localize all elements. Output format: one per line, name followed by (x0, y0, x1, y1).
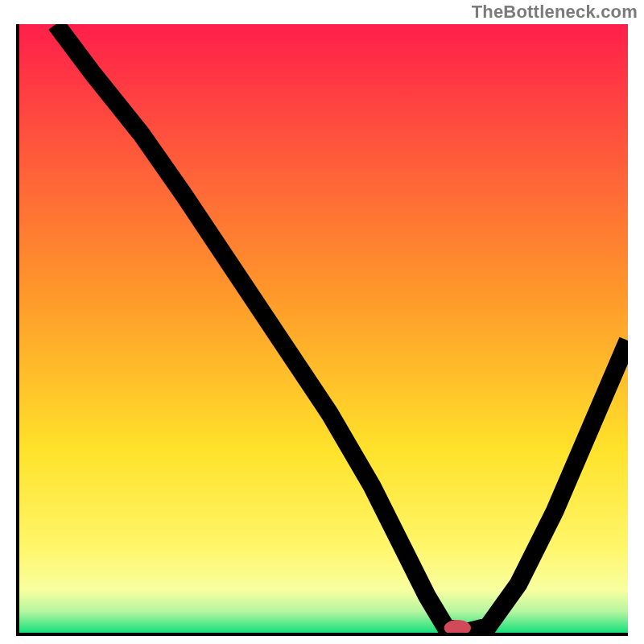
watermark-text: TheBottleneck.com (472, 2, 638, 23)
chart-container: TheBottleneck.com (0, 0, 644, 644)
chart-svg (19, 24, 628, 633)
plot-area (16, 24, 628, 636)
